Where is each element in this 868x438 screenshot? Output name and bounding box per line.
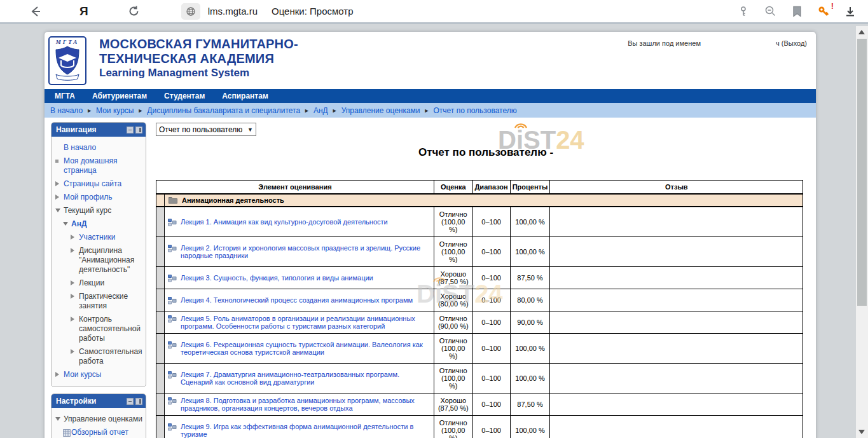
- navigation-item[interactable]: Мой профиль: [53, 191, 144, 204]
- bookmark-icon[interactable]: [788, 3, 806, 20]
- grade-label: Отлично: [437, 337, 470, 345]
- navigation-item[interactable]: Участники: [53, 231, 144, 244]
- navigation-item[interactable]: Текущий курс: [53, 204, 144, 217]
- percent-cell: 80,00 %: [510, 289, 550, 311]
- breadcrumb-link[interactable]: В начало: [50, 106, 83, 115]
- indent-cell: [156, 194, 165, 207]
- grade-item-link[interactable]: Лекция 8. Подготовка и разработка анимац…: [181, 397, 431, 412]
- feedback-cell: [550, 289, 803, 311]
- percent-cell: 100,00 %: [510, 364, 550, 394]
- main-nav-item[interactable]: Аспирантам: [222, 92, 268, 100]
- login-prefix: Вы зашли под именем: [628, 39, 701, 47]
- grade-label: Отлично: [437, 210, 470, 218]
- grade-item-link[interactable]: Лекция 7. Драматургия анимационно-театра…: [181, 371, 431, 386]
- navigation-item[interactable]: Лекции: [53, 277, 144, 290]
- navigation-item[interactable]: Дисциплина "Анимационная деятельность": [53, 244, 144, 277]
- academy-emblem-icon: [53, 45, 81, 81]
- tree-collapsed-icon[interactable]: [71, 349, 74, 354]
- settings-item[interactable]: Обзорный отчет: [53, 426, 144, 438]
- back-icon[interactable]: [27, 3, 45, 20]
- tree-expanded-icon[interactable]: [55, 417, 60, 421]
- category-label: Анимационная деятельность: [182, 196, 284, 204]
- navigation-item[interactable]: Практические занятия: [53, 290, 144, 313]
- main-nav-item[interactable]: Студентам: [164, 92, 205, 100]
- breadcrumb-link[interactable]: АнД: [313, 106, 328, 115]
- navigation-item[interactable]: Страницы сайта: [53, 177, 144, 191]
- tree-expanded-icon[interactable]: [55, 209, 60, 212]
- navigation-item[interactable]: Моя домашняя страница: [53, 154, 144, 177]
- scroll-down-arrow[interactable]: [858, 430, 865, 434]
- lesson-icon: [168, 341, 177, 349]
- tree-item-label: Участники: [79, 233, 115, 242]
- address-bar-url[interactable]: lms.mgta.ru: [208, 6, 258, 17]
- block-dock-icon[interactable]: [135, 398, 142, 405]
- grade-item-link[interactable]: Лекция 2. История и хронология массовых …: [181, 244, 431, 259]
- grade-cell: Отлично(100,00 %): [434, 334, 473, 364]
- password-alert-icon[interactable]: !: [815, 3, 832, 20]
- tree-item-label: Управление оценками: [64, 414, 142, 423]
- tree-collapsed-icon[interactable]: [55, 195, 59, 200]
- tree-expanded-icon[interactable]: [63, 222, 68, 226]
- grade-percent-label: (100,00 %): [437, 218, 470, 233]
- main-nav: МГТААбитуриентамСтудентамАспирантам: [45, 89, 816, 103]
- academy-title-line2: ТЕХНИЧЕСКАЯ АКАДЕМИЯ: [99, 51, 816, 66]
- block-dock-icon[interactable]: [135, 127, 142, 133]
- breadcrumb-separator-icon: ►: [137, 107, 143, 114]
- saved-passwords-key-icon[interactable]: [734, 3, 752, 20]
- tree-collapsed-icon[interactable]: [71, 317, 74, 322]
- lesson-icon: [168, 219, 177, 226]
- breadcrumb-link[interactable]: Мои курсы: [96, 106, 134, 115]
- grade-label: Хорошо: [437, 292, 470, 300]
- indent-cell: [156, 289, 165, 311]
- site-content-card: МГТА МОСКОВСКАЯ ГУМАНИТАРНО- ТЕХНИЧЕСКАЯ…: [45, 32, 816, 438]
- tree-collapsed-icon[interactable]: [71, 248, 74, 253]
- zoom-page-icon[interactable]: [761, 3, 779, 20]
- main-nav-item[interactable]: Абитуриентам: [92, 92, 147, 100]
- navigation-item[interactable]: Самостоятельная работа: [53, 345, 144, 368]
- grade-item-link[interactable]: Лекция 4. Технологический процесс создан…: [181, 296, 413, 304]
- scrollbar-thumb[interactable]: [857, 39, 867, 306]
- report-grid-icon: [63, 429, 72, 438]
- navigation-item[interactable]: В начало: [53, 141, 144, 154]
- block-collapse-icon[interactable]: [127, 127, 134, 133]
- report-type-select[interactable]: Отчет по пользователю ▼: [156, 123, 256, 136]
- yandex-browser-logo[interactable]: Я: [79, 4, 88, 18]
- grade-item-link[interactable]: Лекция 1. Анимация как вид культурно-дос…: [181, 218, 388, 226]
- logout-link[interactable]: (Выход): [782, 39, 807, 47]
- main-nav-item[interactable]: МГТА: [55, 92, 75, 100]
- navigation-item[interactable]: АнД: [53, 217, 144, 231]
- site-header: МГТА МОСКОВСКАЯ ГУМАНИТАРНО- ТЕХНИЧЕСКАЯ…: [45, 32, 816, 89]
- grade-item-link[interactable]: Лекция 5. Роль аниматоров в организации …: [181, 315, 431, 330]
- grade-item-cell: Лекция 4. Технологический процесс создан…: [165, 289, 434, 311]
- lesson-icon: [168, 371, 177, 379]
- grade-cell: Отлично(100,00 %): [434, 364, 473, 394]
- breadcrumb-link[interactable]: Отчет по пользователю: [434, 106, 517, 115]
- feedback-cell: [550, 267, 803, 289]
- grade-item-link[interactable]: Лекция 9. Игра как эффективная форма ани…: [181, 423, 431, 438]
- feedback-cell: [550, 207, 803, 237]
- tree-collapsed-icon[interactable]: [71, 235, 74, 240]
- navigation-item[interactable]: Мои курсы: [53, 368, 144, 381]
- block-collapse-icon[interactable]: [127, 398, 134, 405]
- navigation-item[interactable]: Контроль самостоятельной работы: [53, 313, 144, 345]
- grade-item-link[interactable]: Лекция 3. Сущность, функция, типология и…: [181, 274, 373, 282]
- download-icon[interactable]: [841, 3, 859, 20]
- tree-item-label: Дисциплина "Анимационная деятельность": [79, 246, 134, 274]
- scroll-up-arrow[interactable]: [858, 30, 865, 34]
- tree-collapsed-icon[interactable]: [55, 372, 59, 377]
- scrollbar[interactable]: [856, 26, 868, 438]
- table-row: Лекция 3. Сущность, функция, типология и…: [156, 267, 803, 289]
- site-security-globe-icon[interactable]: [181, 3, 200, 20]
- tree-collapsed-icon[interactable]: [55, 181, 59, 186]
- breadcrumb-link[interactable]: Управление оценками: [341, 106, 420, 115]
- breadcrumb-separator-icon: ►: [86, 107, 92, 114]
- settings-item[interactable]: Управление оценками: [53, 413, 144, 426]
- grade-item-link[interactable]: Лекция 6. Рекреационная сущность туристс…: [181, 341, 431, 356]
- lesson-icon: [168, 297, 177, 305]
- tree-collapsed-icon[interactable]: [71, 280, 74, 285]
- lesson-icon: [168, 275, 177, 282]
- breadcrumb-link[interactable]: Дисциплины бакалавриата и специалитета: [147, 106, 300, 115]
- grade-percent-label: (87,50 %): [437, 404, 470, 412]
- tree-collapsed-icon[interactable]: [71, 294, 74, 299]
- refresh-icon[interactable]: [125, 3, 143, 20]
